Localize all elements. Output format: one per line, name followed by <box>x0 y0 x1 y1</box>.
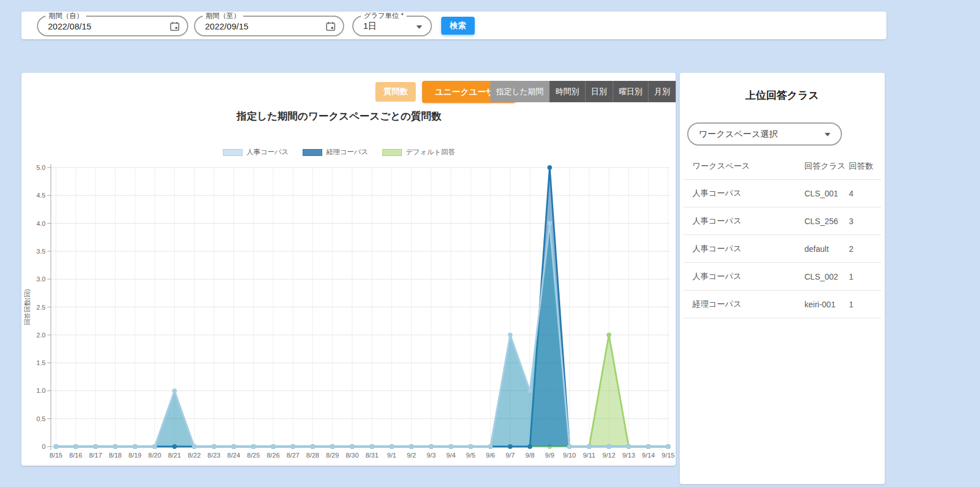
period-tab-2[interactable]: 日別 <box>585 81 613 102</box>
svg-text:2.5: 2.5 <box>36 304 46 311</box>
chevron-down-icon <box>416 25 422 29</box>
svg-text:9/2: 9/2 <box>407 452 416 459</box>
svg-text:8/16: 8/16 <box>69 452 82 459</box>
table-cell: CLS_256 <box>804 217 849 226</box>
table-row-2: 人事コーパスdefault2 <box>683 235 881 263</box>
panel-title: 上位回答クラス <box>680 88 885 102</box>
date-from-label: 期間（自） <box>46 12 86 20</box>
date-from-field[interactable]: 期間（自） 2022/08/15 <box>37 16 188 36</box>
table-cell: 経理コーパス <box>692 299 804 310</box>
chart-title: 指定した期間のワークスペースごとの質問数 <box>21 109 657 123</box>
table-cell: 人事コーパス <box>692 272 804 282</box>
legend-item-2[interactable]: デフォルト回答 <box>382 147 455 157</box>
table-cell: 4 <box>849 189 881 198</box>
svg-text:8/28: 8/28 <box>306 452 319 459</box>
svg-text:8/30: 8/30 <box>346 452 359 459</box>
table-header-cell: 回答クラス <box>804 161 849 172</box>
legend-item-0[interactable]: 人事コーパス <box>223 147 289 157</box>
calendar-icon[interactable] <box>326 21 336 31</box>
date-to-label: 期間（至） <box>203 12 243 20</box>
svg-text:8/31: 8/31 <box>366 452 378 459</box>
svg-text:9/11: 9/11 <box>583 452 595 459</box>
graph-unit-label: グラフ単位 * <box>361 12 407 20</box>
table-row-3: 人事コーパスCLS_0021 <box>683 263 881 291</box>
graph-unit-select[interactable]: グラフ単位 * 1日 <box>352 16 432 36</box>
svg-text:9/14: 9/14 <box>642 452 655 459</box>
table-cell: CLS_002 <box>804 272 849 281</box>
svg-text:9/8: 9/8 <box>526 452 535 459</box>
svg-text:4.0: 4.0 <box>36 220 46 227</box>
filter-bar: 期間（自） 2022/08/15 期間（至） 2022/09/15 グラフ単位 … <box>21 12 886 39</box>
table-header-row: ワークスペース回答クラス回答数 <box>683 154 881 180</box>
svg-text:8/25: 8/25 <box>247 452 260 459</box>
svg-text:9/12: 9/12 <box>602 452 615 459</box>
svg-text:回答回数(回): 回答回数(回) <box>24 289 31 325</box>
table-row-1: 人事コーパスCLS_2563 <box>683 207 881 235</box>
svg-text:5.0: 5.0 <box>36 164 46 171</box>
table-cell: default <box>804 244 849 254</box>
svg-text:8/20: 8/20 <box>148 452 161 459</box>
chart-controls: 質問数ユニークユーザー 指定した期間時間別日別曜日別月別 <box>21 80 676 103</box>
legend-label: 人事コーパス <box>247 147 289 157</box>
date-to-value: 2022/09/15 <box>205 21 248 31</box>
workspace-select[interactable]: ワークスペース選択 <box>687 122 842 146</box>
svg-text:1.5: 1.5 <box>36 359 46 366</box>
date-from-value: 2022/08/15 <box>48 21 91 31</box>
svg-text:8/22: 8/22 <box>188 452 200 459</box>
svg-text:3.5: 3.5 <box>36 248 46 255</box>
table-cell: 人事コーパス <box>692 188 804 199</box>
legend-swatch <box>382 149 402 156</box>
svg-text:8/17: 8/17 <box>89 452 102 459</box>
table-cell: 1 <box>849 272 881 281</box>
search-button[interactable]: 検索 <box>441 17 475 35</box>
period-tab-0[interactable]: 指定した期間 <box>490 81 549 102</box>
answer-class-table: ワークスペース回答クラス回答数人事コーパスCLS_0014人事コーパスCLS_2… <box>683 154 881 318</box>
svg-text:0.5: 0.5 <box>36 415 46 422</box>
chart-grid: 00.51.01.52.02.53.03.54.04.55.08/158/168… <box>24 164 675 459</box>
questions-chart-canvas[interactable]: 00.51.01.52.02.53.03.54.04.55.08/158/168… <box>21 148 676 463</box>
legend-swatch <box>303 149 322 156</box>
table-cell: 2 <box>849 244 881 254</box>
svg-text:9/13: 9/13 <box>622 452 635 459</box>
calendar-icon[interactable] <box>170 21 180 31</box>
svg-text:8/18: 8/18 <box>109 452 121 459</box>
date-to-field[interactable]: 期間（至） 2022/09/15 <box>194 16 344 36</box>
table-cell: 人事コーパス <box>692 216 804 226</box>
svg-text:8/19: 8/19 <box>129 452 141 459</box>
svg-text:9/4: 9/4 <box>446 452 456 459</box>
workspace-select-value: ワークスペース選択 <box>699 129 778 140</box>
svg-text:9/5: 9/5 <box>466 452 475 459</box>
svg-text:9/15: 9/15 <box>662 452 675 459</box>
svg-text:1.0: 1.0 <box>36 387 46 394</box>
svg-text:3.0: 3.0 <box>36 276 46 282</box>
top-answer-class-panel: 上位回答クラス ワークスペース選択 ワークスペース回答クラス回答数人事コーパスC… <box>680 73 885 484</box>
svg-text:9/3: 9/3 <box>427 452 436 459</box>
period-tab-4[interactable]: 月別 <box>648 81 676 102</box>
svg-text:4.5: 4.5 <box>36 192 46 199</box>
period-tab-3[interactable]: 曜日別 <box>613 81 649 102</box>
svg-text:8/27: 8/27 <box>286 452 299 459</box>
svg-text:9/1: 9/1 <box>387 452 396 459</box>
svg-text:9/7: 9/7 <box>505 452 515 459</box>
table-cell: CLS_001 <box>804 189 849 198</box>
svg-text:2.0: 2.0 <box>36 332 46 339</box>
legend-swatch <box>223 149 243 156</box>
svg-text:8/21: 8/21 <box>168 452 181 459</box>
chart-legend: 人事コーパス経理コーパスデフォルト回答 <box>21 147 657 157</box>
table-cell: 1 <box>849 300 881 309</box>
chevron-down-icon <box>825 133 830 136</box>
svg-text:8/23: 8/23 <box>207 452 220 459</box>
svg-text:0: 0 <box>42 443 46 450</box>
table-cell: keiri-001 <box>804 300 849 309</box>
table-header-cell: ワークスペース <box>692 161 804 172</box>
table-cell: 3 <box>849 217 881 226</box>
svg-text:8/26: 8/26 <box>267 452 280 459</box>
metric-button-0[interactable]: 質問数 <box>375 82 416 102</box>
period-tab-1[interactable]: 時間別 <box>549 81 585 102</box>
svg-text:9/6: 9/6 <box>486 452 495 459</box>
table-row-4: 経理コーパスkeiri-0011 <box>683 291 881 318</box>
graph-unit-value: 1日 <box>363 21 377 32</box>
legend-item-1[interactable]: 経理コーパス <box>303 147 368 157</box>
legend-label: 経理コーパス <box>326 147 368 157</box>
svg-text:8/15: 8/15 <box>50 452 62 459</box>
